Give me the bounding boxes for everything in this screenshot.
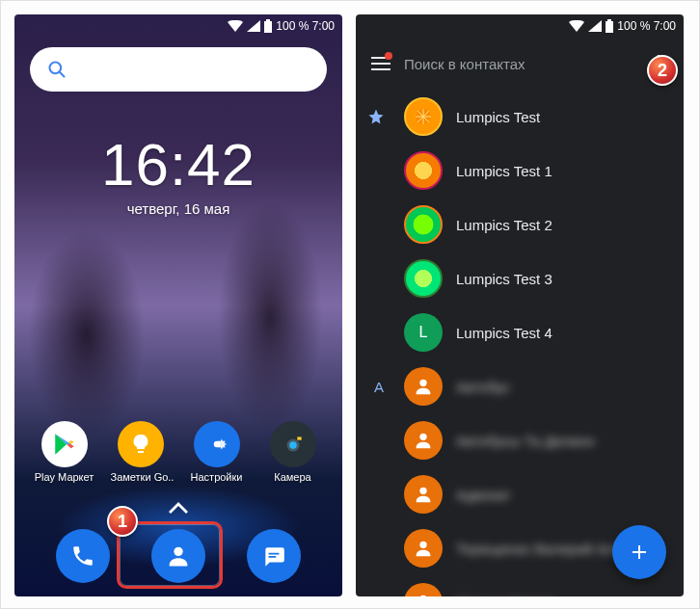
contact-name: Lumpics Test xyxy=(456,109,540,125)
cell-signal-icon xyxy=(588,20,602,32)
app-play-market[interactable]: Play Маркет xyxy=(35,421,94,483)
person-icon xyxy=(413,538,434,559)
person-icon xyxy=(413,484,434,505)
svg-point-21 xyxy=(419,542,426,548)
svg-point-20 xyxy=(419,488,426,494)
svg-point-6 xyxy=(289,441,297,449)
contact-row[interactable]: Lumpics Test 3 xyxy=(356,252,684,305)
app-drawer-handle[interactable] xyxy=(169,502,188,514)
svg-rect-9 xyxy=(606,21,613,33)
person-icon xyxy=(165,543,192,569)
contact-name: Мишин Никита xyxy=(456,595,555,597)
contact-name: Адвокат xyxy=(456,487,511,503)
avatar: L xyxy=(404,313,443,352)
clock-widget[interactable]: 16:42 четверг, 16 мая xyxy=(14,130,342,217)
contact-name: Lumpics Test 3 xyxy=(456,271,552,287)
battery-icon xyxy=(264,19,272,33)
add-contact-fab[interactable] xyxy=(612,525,666,579)
lightbulb-icon xyxy=(129,433,152,456)
clock-time: 16:42 xyxy=(14,130,342,199)
contact-row[interactable]: Lumpics Test xyxy=(356,90,684,144)
svg-point-18 xyxy=(419,380,426,386)
contact-name: Lumpics Test 4 xyxy=(456,325,552,341)
clock-date: четверг, 16 мая xyxy=(14,200,342,217)
menu-button[interactable] xyxy=(362,44,400,83)
contact-row[interactable]: Lumpics Test 2 xyxy=(356,198,684,252)
avatar xyxy=(404,475,443,514)
plus-icon xyxy=(628,541,651,564)
cell-signal-icon xyxy=(247,20,260,32)
avatar xyxy=(404,259,443,298)
contact-row[interactable]: Автобусы Та Делион xyxy=(356,413,684,467)
svg-point-8 xyxy=(174,547,182,556)
contact-name: Lumpics Test 2 xyxy=(456,217,552,233)
app-row: Play Маркет Заметки Go.. Настройки Камер… xyxy=(14,421,342,483)
dock-messages[interactable] xyxy=(247,529,301,583)
app-keep[interactable]: Заметки Go.. xyxy=(111,421,171,483)
contact-row[interactable]: L Lumpics Test 4 xyxy=(356,305,684,359)
contact-name: Автобус xyxy=(456,379,510,395)
google-search-bar[interactable] xyxy=(30,47,327,92)
svg-line-3 xyxy=(60,72,65,77)
avatar xyxy=(404,151,443,190)
status-battery-text: 100 % 7:00 xyxy=(276,19,335,33)
battery-icon xyxy=(606,19,613,33)
svg-point-22 xyxy=(419,596,426,596)
camera-icon xyxy=(281,432,306,457)
svg-rect-1 xyxy=(266,19,270,21)
phone-icon xyxy=(70,543,95,569)
svg-rect-13 xyxy=(371,68,390,70)
contact-row[interactable]: A Автобус xyxy=(356,359,684,413)
dock-contacts[interactable] xyxy=(151,529,205,583)
play-store-icon xyxy=(52,432,77,457)
messages-icon xyxy=(261,543,286,569)
wifi-icon xyxy=(228,20,243,32)
dock xyxy=(14,529,342,583)
status-bar: 100 % 7:00 xyxy=(14,14,342,38)
search-icon xyxy=(47,60,67,79)
avatar xyxy=(404,97,443,136)
status-battery-text: 100 % 7:00 xyxy=(617,19,676,33)
avatar xyxy=(404,421,443,460)
avatar xyxy=(404,205,443,244)
svg-rect-10 xyxy=(607,19,611,21)
app-settings[interactable]: Настройки xyxy=(187,421,247,483)
contacts-screen: 100 % 7:00 Поиск в контактах Lumpics Tes… xyxy=(356,14,684,596)
dock-phone[interactable] xyxy=(56,529,110,583)
avatar xyxy=(404,367,443,406)
status-bar: 100 % 7:00 xyxy=(356,14,684,38)
contact-row[interactable]: Адвокат xyxy=(356,467,684,521)
svg-rect-0 xyxy=(264,21,272,33)
wifi-icon xyxy=(569,20,584,32)
svg-rect-12 xyxy=(371,63,390,65)
contacts-topbar: Поиск в контактах xyxy=(356,38,684,90)
app-camera[interactable]: Камера xyxy=(263,421,323,483)
contact-name: Lumpics Test 1 xyxy=(456,163,552,179)
star-icon xyxy=(367,108,385,125)
notification-dot-icon xyxy=(385,52,392,60)
callout-badge-2: 2 xyxy=(647,55,678,86)
svg-rect-7 xyxy=(297,437,301,439)
person-icon xyxy=(413,430,434,451)
person-icon xyxy=(413,376,434,397)
avatar xyxy=(404,529,443,568)
svg-point-19 xyxy=(419,434,426,440)
person-icon xyxy=(413,592,434,596)
search-input[interactable]: Поиск в контактах xyxy=(404,56,635,72)
avatar xyxy=(404,583,443,596)
section-letter: A xyxy=(367,379,390,395)
chevron-up-icon xyxy=(169,502,188,514)
home-screen: 100 % 7:00 16:42 четверг, 16 мая Play Ма… xyxy=(14,14,342,596)
contact-name: Автобусы Та Делион xyxy=(456,433,595,449)
contact-row[interactable]: Lumpics Test 1 xyxy=(356,144,684,198)
gear-icon xyxy=(204,432,229,457)
